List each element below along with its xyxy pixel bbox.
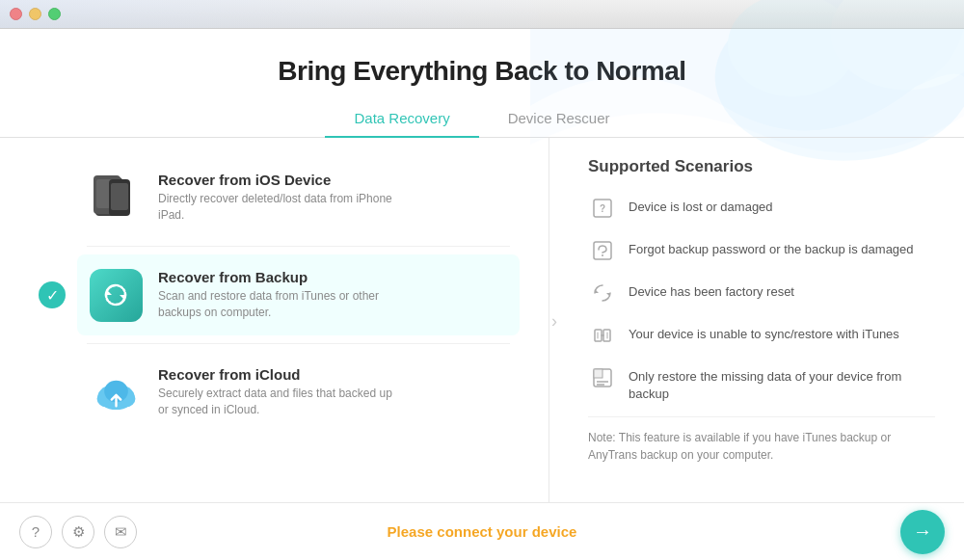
scenario-lost-damaged-text: Device is lost or damaged [629,194,773,216]
svg-marker-18 [595,289,599,293]
scenario-forgot-password-text: Forgot backup password or the backup is … [629,236,914,258]
panel-separator: › [549,138,559,502]
title-bar [0,0,964,29]
tabs-container: Data Recovery Device Rescuer [0,102,964,138]
selected-check-icon: ✓ [39,281,66,308]
svg-marker-9 [120,295,125,301]
main-content: Bring Everything Back to Normal Data Rec… [0,29,964,502]
option-icloud[interactable]: Recover from iCloud Securely extract dat… [77,352,520,433]
close-button[interactable] [10,8,22,20]
recovery-options-panel: Recover from iOS Device Directly recover… [0,138,549,502]
option-backup-desc: Scan and restore data from iTunes or oth… [158,288,399,321]
two-column-layout: Recover from iOS Device Directly recover… [0,138,964,502]
option-icloud-desc: Securely extract data and files that bac… [158,386,399,418]
option-ios-title: Recover from iOS Device [158,172,399,188]
help-button[interactable]: ? [19,516,52,548]
factory-reset-icon [588,279,617,307]
scenario-factory-reset-text: Device has been factory reset [629,279,794,301]
bottom-bar: ? ⚙ ✉ Please connect your device → [0,502,964,560]
svg-rect-23 [594,369,602,378]
divider-1 [87,246,510,247]
option-ios-text: Recover from iOS Device Directly recover… [158,172,399,224]
scenario-missing-data: Only restore the missing data of your de… [588,363,935,403]
mail-button[interactable]: ✉ [104,516,137,548]
svg-rect-7 [111,183,128,210]
page-title: Bring Everything Back to Normal [0,56,964,87]
backup-icon [87,266,145,324]
option-icloud-text: Recover from iCloud Securely extract dat… [158,366,399,418]
option-ios-desc: Directly recover deleted/lost data from … [158,191,399,224]
scenarios-note: Note: This feature is available if you h… [588,416,935,464]
option-backup-title: Recover from Backup [158,269,399,285]
tab-device-rescuer[interactable]: Device Rescuer [479,102,639,138]
scenarios-title: Supported Scenarios [588,157,935,176]
next-button[interactable]: → [900,510,945,554]
scenario-lost-damaged: ? Device is lost or damaged [588,194,935,223]
svg-rect-16 [594,242,611,259]
scenario-factory-reset: Device has been factory reset [588,279,935,307]
divider-2 [87,343,510,344]
page-header: Bring Everything Back to Normal [0,29,964,87]
maximize-button[interactable] [48,8,61,20]
missing-data-icon [588,363,617,392]
svg-point-17 [602,254,603,256]
option-backup-text: Recover from Backup Scan and restore dat… [158,269,399,321]
minimize-button[interactable] [29,8,41,20]
scenario-sync-restore-text: Your device is unable to sync/restore wi… [629,321,899,343]
forgot-password-icon [588,236,617,265]
option-backup[interactable]: ✓ Recover fr [77,254,520,335]
scenario-missing-data-text: Only restore the missing data of your de… [629,363,935,403]
scenario-sync-restore: Your device is unable to sync/restore wi… [588,321,935,350]
svg-text:?: ? [600,203,605,214]
bottom-left-icons: ? ⚙ ✉ [19,516,137,548]
sync-restore-icon [588,321,617,350]
ios-device-icon [87,169,145,227]
lost-damaged-icon: ? [588,194,617,223]
scenario-forgot-password: Forgot backup password or the backup is … [588,236,935,265]
svg-marker-19 [606,293,610,297]
status-highlight: connect your device [437,523,576,540]
supported-scenarios-panel: Supported Scenarios ? Device is lost or … [559,138,964,502]
option-icloud-title: Recover from iCloud [158,366,399,383]
settings-button[interactable]: ⚙ [62,516,94,548]
option-ios-device[interactable]: Recover from iOS Device Directly recover… [77,157,520,238]
tab-data-recovery[interactable]: Data Recovery [325,102,478,138]
chevron-right-icon: › [551,311,557,332]
status-text: Please connect your device [388,523,577,540]
icloud-icon [87,363,145,421]
